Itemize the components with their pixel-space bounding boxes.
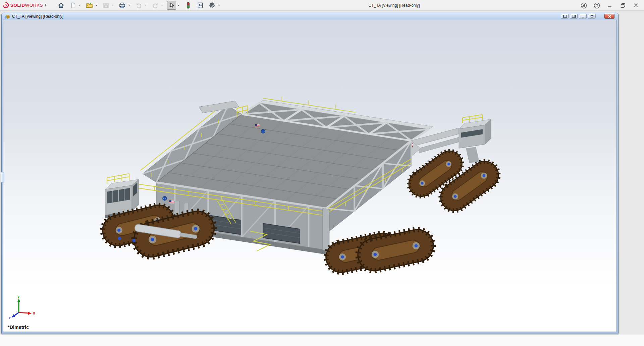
print-button[interactable] — [118, 1, 127, 10]
traffic-light-icon — [185, 2, 191, 9]
svg-text:?: ? — [596, 3, 598, 7]
dassault-compass-icon: S — [3, 2, 9, 8]
minimize-icon — [581, 15, 585, 18]
app-close-button[interactable] — [633, 2, 639, 9]
redo-button[interactable] — [151, 1, 160, 10]
app-window-title: CT_TA [Viewing] [Read-only] — [354, 3, 434, 8]
nasa-meatball-decal — [261, 129, 265, 133]
home-button[interactable] — [56, 1, 65, 10]
new-document-dropdown[interactable] — [77, 1, 82, 10]
user-account-icon — [581, 2, 587, 9]
quick-access-toolbar — [56, 1, 224, 10]
print-icon — [119, 2, 126, 9]
view-orientation-label: *Dimetric — [8, 325, 29, 330]
user-account-button[interactable] — [580, 2, 587, 9]
rebuild-traffic-light-button[interactable] — [183, 1, 193, 10]
select-tool-dropdown[interactable] — [176, 1, 180, 10]
options-dropdown[interactable] — [217, 1, 221, 10]
graphics-viewport[interactable]: Y X Z *Dimetric — [3, 20, 617, 332]
pane-right-icon — [572, 15, 576, 18]
open-folder-icon — [86, 2, 93, 9]
undo-button[interactable] — [134, 1, 143, 10]
new-document-icon — [70, 2, 76, 9]
toolbar-group-options — [208, 1, 221, 10]
close-icon — [634, 3, 638, 8]
triad-z-label: Z — [9, 316, 11, 320]
options-button[interactable] — [208, 1, 217, 10]
open-document-button[interactable] — [85, 1, 94, 10]
restore-icon — [590, 15, 594, 18]
save-button[interactable] — [101, 1, 110, 10]
toolbar-group-undo — [134, 1, 148, 10]
print-dropdown[interactable] — [127, 1, 131, 10]
redo-icon — [152, 2, 159, 9]
new-document-button[interactable] — [68, 1, 77, 10]
file-properties-icon — [197, 2, 204, 9]
redo-dropdown[interactable] — [160, 1, 164, 10]
crawler-transporter-model — [3, 20, 616, 332]
document-close-button[interactable] — [604, 14, 614, 19]
us-flag-decal — [255, 124, 260, 127]
toolbar-group-save — [101, 1, 115, 10]
app-window-controls: ? — [580, 0, 639, 11]
document-minimize-button[interactable] — [579, 14, 587, 19]
pane-left-icon — [563, 15, 567, 18]
toolbar-group-open — [85, 1, 98, 10]
nasa-meatball-decal — [163, 196, 167, 200]
undo-icon — [136, 2, 142, 9]
toggle-left-pane-button[interactable] — [561, 14, 569, 19]
undo-dropdown[interactable] — [143, 1, 148, 10]
close-icon — [608, 15, 611, 18]
toolbar-group-new — [68, 1, 82, 10]
triad-y-label: Y — [17, 296, 20, 299]
toolbar-group-select — [167, 1, 180, 10]
us-flag-decal — [169, 200, 174, 204]
svg-text:S: S — [5, 3, 7, 7]
triad-x-label: X — [33, 311, 35, 315]
save-floppy-icon — [103, 2, 109, 9]
document-window-buttons — [561, 14, 614, 19]
app-restore-button[interactable] — [620, 2, 626, 9]
toolbar-group-redo — [151, 1, 164, 10]
toolbar-flyout-arrow-icon[interactable] — [43, 2, 48, 9]
assembly-document-icon — [5, 14, 10, 19]
toolbar-group-properties — [196, 1, 205, 10]
document-window: CT_TA [Viewing] [Read-only] — [1, 13, 619, 334]
app-minimize-button[interactable] — [606, 2, 613, 9]
toolbar-group-rebuild — [183, 1, 193, 10]
track-pair-front-center — [323, 227, 436, 275]
document-restore-button[interactable] — [588, 14, 596, 19]
save-dropdown[interactable] — [110, 1, 115, 10]
help-icon: ? — [594, 2, 600, 9]
select-cursor-icon — [168, 2, 175, 9]
open-document-dropdown[interactable] — [94, 1, 98, 10]
toolbar-group-home — [56, 1, 65, 10]
solidworks-application: S SOLIDWORKS — [0, 0, 644, 346]
gear-icon — [209, 2, 216, 9]
file-properties-button[interactable] — [196, 1, 205, 10]
mdi-bottom-strip — [0, 335, 644, 346]
solidworks-logo: S SOLIDWORKS — [0, 2, 43, 8]
mdi-area: CT_TA [Viewing] [Read-only] — [0, 11, 644, 346]
track-pair-right — [404, 146, 504, 216]
reference-triad: Y X Z — [7, 296, 38, 320]
restore-down-icon — [621, 3, 626, 8]
document-title: CT_TA [Viewing] [Read-only] — [12, 14, 63, 19]
app-titlebar: S SOLIDWORKS — [0, 0, 644, 11]
brand-text: SOLIDWORKS — [10, 3, 43, 8]
home-icon — [58, 2, 64, 9]
help-button[interactable]: ? — [593, 2, 600, 9]
featuremanager-splitter-handle[interactable] — [1, 172, 4, 183]
toolbar-group-print — [118, 1, 131, 10]
toggle-right-pane-button[interactable] — [570, 14, 578, 19]
document-titlebar[interactable]: CT_TA [Viewing] [Read-only] — [2, 13, 618, 20]
minimize-icon — [607, 3, 612, 8]
select-tool-button[interactable] — [167, 1, 176, 10]
